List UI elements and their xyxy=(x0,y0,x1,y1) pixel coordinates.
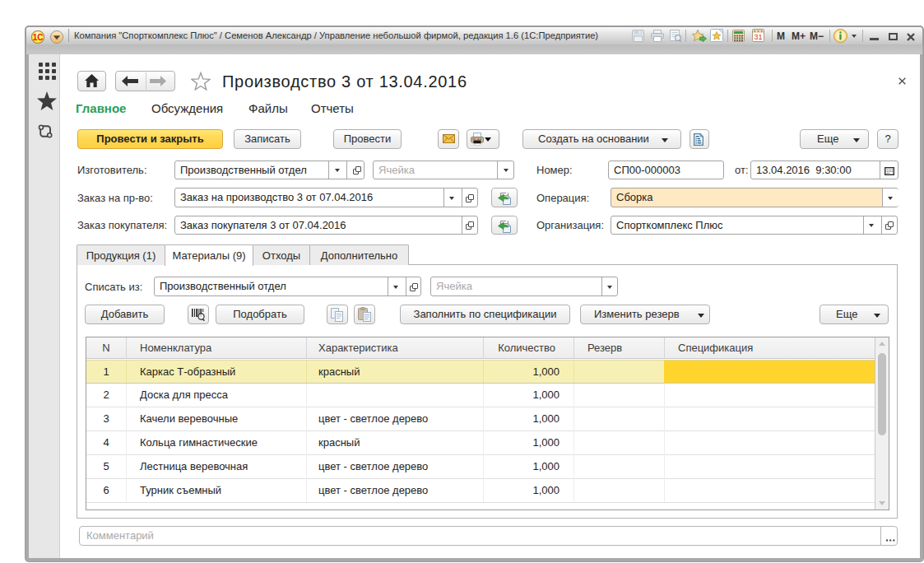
svg-text:31: 31 xyxy=(754,33,762,41)
svg-text:1С: 1С xyxy=(33,33,44,42)
